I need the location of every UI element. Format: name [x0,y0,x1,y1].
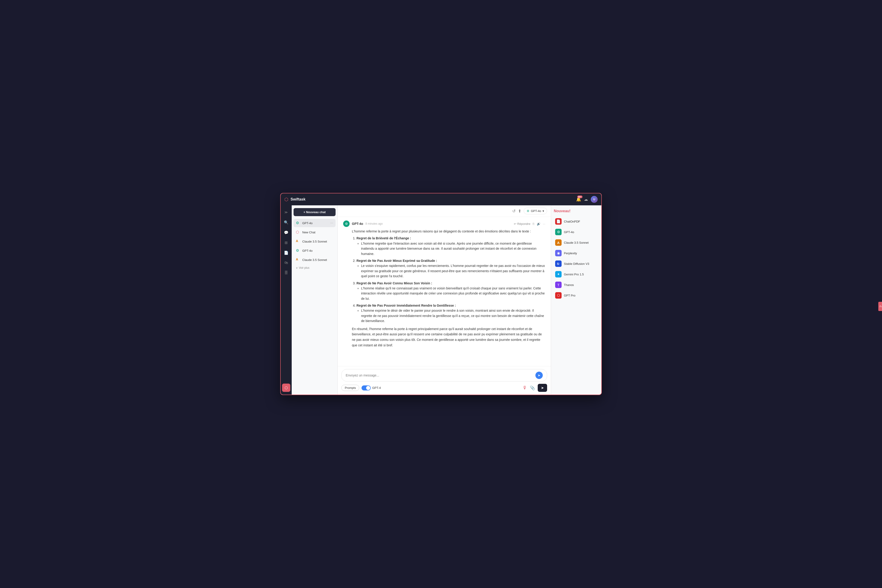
attach-button[interactable]: 📎 [530,386,535,390]
model-item-gpt4o[interactable]: ⚙ GPT-4o [554,227,598,237]
notification-badge: 99+ [577,195,582,198]
app-window: ⬡ Swiftask 🔔 99+ ☁ U ≫ 🔍 💬 ⊞ 📄 🛍 🗄 ⬡ [280,193,602,395]
section-3: Regret de Ne Pas Avoir Connu Mieux Son V… [357,280,545,302]
sidebar-document-icon[interactable]: 📄 [282,249,290,257]
title-bar: ⬡ Swiftask 🔔 99+ ☁ U [280,194,602,206]
model-item-perplexity[interactable]: ◉ Perplexity [554,248,598,258]
chat-item-claude-2[interactable]: A Claude 3.5 Sonnet [294,256,336,264]
sidebar-grid-icon[interactable]: ⊞ [282,238,290,247]
chat-messages: ⚙ GPT-4o 8 minutes ago ↩ Répondre ⎘ 🔊 ··… [338,217,551,366]
sidebar-expand-button[interactable]: ≫ [282,208,290,216]
chat-item-new[interactable]: ⬡ New Chat [294,228,336,236]
sidebar-logo-bottom: ⬡ [282,384,290,392]
input-toolbar: Prompts GPT-4 🎙 📎 ➤ [341,384,547,392]
voir-plus-button[interactable]: ∨ Voir plus [294,265,336,271]
section-4-title: Regret de Ne Pas Pouvoir Immédiatement R… [357,304,456,308]
input-send-button[interactable]: ➤ [536,372,543,379]
chat-item-claude-1[interactable]: A Claude 3.5 Sonnet [294,237,336,246]
section-1-title: Regret de la Brièveté de l'Échange : [357,236,411,240]
share-icon[interactable]: ⬆ [518,208,521,214]
user-avatar[interactable]: U [591,196,598,203]
refresh-icon[interactable]: ↺ [512,208,516,214]
model-item-gptpro[interactable]: ⬡ GPT Pro [554,290,598,300]
sidebar-database-icon[interactable]: 🗄 [282,269,290,277]
chat-icon-claude-1: A [296,239,300,244]
model-toggle-group[interactable]: GPT-4 [362,386,381,390]
copy-button[interactable]: ⎘ [532,222,534,225]
model-selector-label: GPT-4o [531,209,541,213]
message-sender: GPT-4o [352,222,363,225]
model-icon-gemini: ✦ [555,271,562,278]
section-2: Regret de Ne Pas Avoir Mieux Exprimé sa … [357,258,545,279]
mic-button[interactable]: 🎙 [522,385,527,390]
model-item-chatonpdf[interactable]: 📄 ChatOnPDF [554,216,598,226]
toolbar-right: 🎙 📎 ➤ [522,384,547,392]
section-4: Regret de Ne Pas Pouvoir Immédiatement R… [357,303,545,324]
message-input[interactable] [346,374,536,377]
toggle-label: GPT-4 [372,386,381,390]
chat-item-gpt4o-2[interactable]: ⚙ GPT-4o [294,246,336,255]
model-toggle[interactable] [362,386,371,390]
chat-label-claude-2: Claude 3.5 Sonnet [302,258,333,262]
weather-icon: ☁ [584,197,588,202]
message-sections-list: Regret de la Brièveté de l'Échange : L'h… [352,236,545,323]
section-4-text: L'homme exprime le désir de vider le pan… [361,308,545,323]
more-button[interactable]: ··· [543,222,545,225]
prompts-button[interactable]: Prompts [341,385,359,391]
model-icon-thanos: T [555,282,562,288]
model-name-gptpro: GPT Pro [564,294,575,297]
chat-label-gpt4o-2: GPT-4o [302,249,333,252]
app-title: Swiftask [291,197,306,201]
main-layout: ≫ 🔍 💬 ⊞ 📄 🛍 🗄 ⬡ + Nouveau chat ⚙ GPT-4o … [280,206,602,394]
model-name-perplexity: Perplexity [564,252,577,255]
chat-label-gpt4o-1: GPT-4o [302,221,328,225]
model-item-thanos[interactable]: T Thanos [554,280,598,290]
message-content: L'homme referme la porte à regret pour p… [343,229,545,348]
chat-area: ↺ ⬆ ⚙ GPT-4o ▾ ⚙ GPT-4o 8 minutes ago [338,206,551,394]
reply-button[interactable]: ↩ Répondre [514,222,530,225]
chat-menu-gpt4o-1[interactable]: ··· [330,221,333,225]
model-name-gpt4o: GPT-4o [564,230,574,234]
model-item-claude[interactable]: A Claude 3.5 Sonnet [554,237,598,248]
section-1-content: L'homme regrette que l'interaction avec … [357,241,545,256]
model-icon-stable: S· [555,261,562,267]
message-time: 8 minutes ago [365,222,382,225]
message-header: ⚙ GPT-4o 8 minutes ago ↩ Répondre ⎘ 🔊 ··… [343,220,545,227]
feedback-tab[interactable]: Feedback [878,302,882,311]
right-panel-title: Nouveau! [554,209,598,213]
chat-header: ↺ ⬆ ⚙ GPT-4o ▾ [338,206,551,217]
section-4-content: L'homme exprime le désir de vider le pan… [357,308,545,323]
sidebar-chat-icon[interactable]: 💬 [282,228,290,237]
speaker-button[interactable]: 🔊 [537,222,540,225]
model-name-chatonpdf: ChatOnPDF [564,220,580,223]
section-3-text: L'homme réalise qu'il ne connaissait pas… [361,286,545,301]
model-icon-gptpro: ⬡ [555,292,562,298]
section-3-title: Regret de Ne Pas Avoir Connu Mieux Son V… [357,281,432,285]
model-selector[interactable]: ⚙ GPT-4o ▾ [524,208,547,214]
title-bar-left: ⬡ Swiftask [284,196,306,202]
model-item-gemini[interactable]: ✦ Gemini Pro 1.5 [554,269,598,279]
sidebar-search-icon[interactable]: 🔍 [282,218,290,226]
toggle-knob [366,386,370,390]
model-icon-chatonpdf: 📄 [555,218,562,225]
chat-item-gpt4o-1[interactable]: ⚙ GPT-4o ··· [294,219,336,227]
section-2-content: Le voisin s'esquive rapidement, confus p… [357,263,545,279]
new-chat-button[interactable]: + Nouveau chat [294,208,336,216]
voir-plus-label: Voir plus [299,266,309,269]
sidebar-store-icon[interactable]: 🛍 [282,259,290,267]
model-item-stable[interactable]: S· Stable Diffusion V3 [554,259,598,269]
section-1-text: L'homme regrette que l'interaction avec … [361,241,545,256]
notification-button[interactable]: 🔔 99+ [576,197,581,202]
section-3-content: L'homme réalise qu'il ne connaissait pas… [357,286,545,301]
model-icon-perplexity: ◉ [555,250,562,256]
section-1: Regret de la Brièveté de l'Échange : L'h… [357,236,545,256]
chat-icon-claude-2: A [296,258,300,262]
message-input-container[interactable]: ➤ [341,369,547,381]
chat-icon-gpt2: ⚙ [296,248,300,253]
chat-icon-gpt: ⚙ [296,221,300,225]
chat-label-claude-1: Claude 3.5 Sonnet [302,240,333,243]
message-avatar: ⚙ [343,220,350,227]
send-button[interactable]: ➤ [538,384,547,392]
model-selector-icon: ⚙ [526,209,530,213]
model-icon-claude: A [555,239,562,246]
